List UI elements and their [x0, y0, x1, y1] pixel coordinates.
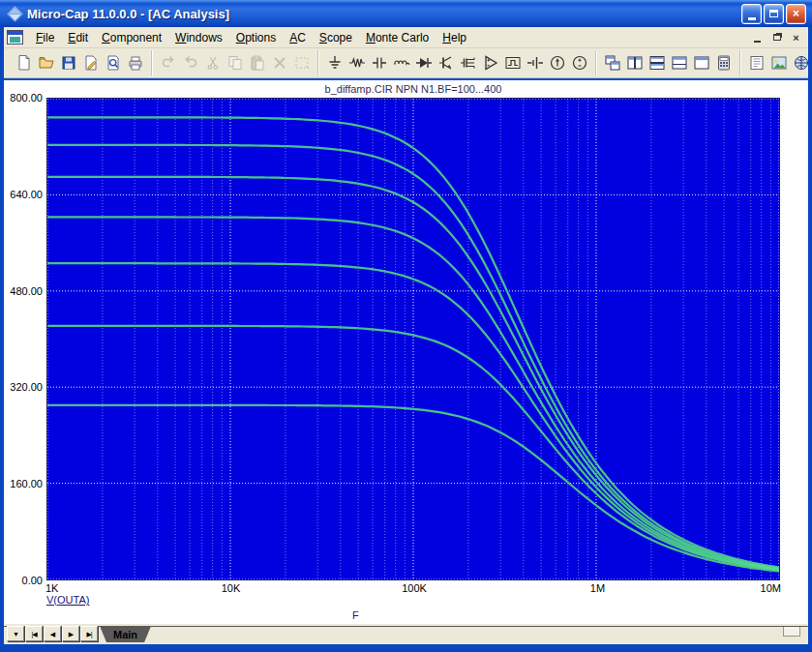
- restore-icon: [769, 10, 778, 17]
- plot-area[interactable]: [46, 98, 780, 580]
- page-select-dropdown-button[interactable]: ▼: [7, 626, 24, 641]
- paste-icon: [246, 52, 268, 74]
- toolbar-group-file: [8, 50, 152, 75]
- child-window-buttons: ×: [749, 30, 804, 44]
- tile-horizontal-icon[interactable]: [646, 52, 668, 74]
- save-icon[interactable]: [57, 52, 79, 74]
- y-tick-label: 0.00: [4, 575, 43, 586]
- voltage-source-icon[interactable]: [568, 52, 590, 74]
- opamp-icon[interactable]: [479, 52, 501, 74]
- print-icon[interactable]: [124, 52, 146, 74]
- curve-bf-200: [47, 263, 779, 570]
- menu-options[interactable]: Options: [229, 28, 283, 47]
- battery-icon[interactable]: [524, 52, 546, 74]
- curve-bf-350: [47, 145, 779, 569]
- menu-component[interactable]: Component: [95, 28, 168, 47]
- x-tick-label: 10M: [761, 582, 781, 594]
- x-tick-label: 1M: [590, 582, 605, 594]
- child-minimize-icon: [754, 41, 761, 43]
- menubar: FileEditComponentWindowsOptionsACScopeMo…: [4, 27, 808, 48]
- select-region-icon: [290, 52, 313, 74]
- previous-page-button[interactable]: ◀: [44, 626, 61, 641]
- plot-title: b_diffamp.CIR NPN N1.BF=100...400: [46, 83, 780, 95]
- menu-monte-carlo[interactable]: Monte Carlo: [359, 28, 436, 47]
- toolbar-group-windows: [596, 50, 740, 75]
- close-button[interactable]: ×: [786, 4, 806, 24]
- minimize-icon: [748, 17, 756, 20]
- curve-highlight: [47, 145, 779, 569]
- translate-icon[interactable]: [79, 52, 102, 74]
- next-page-button[interactable]: ▶: [62, 626, 79, 641]
- ground-icon[interactable]: [323, 52, 346, 74]
- x-tick-label: 1K: [45, 582, 58, 594]
- first-page-button[interactable]: |◀: [25, 626, 43, 641]
- print-preview-icon[interactable]: [102, 52, 124, 74]
- microcap-logo-icon: [6, 5, 23, 22]
- x-axis-label: F: [352, 609, 359, 621]
- current-source-icon[interactable]: [546, 52, 568, 74]
- waveform-label[interactable]: V(OUTA): [46, 594, 89, 606]
- menu-windows[interactable]: Windows: [168, 28, 229, 47]
- diode-icon[interactable]: [412, 52, 435, 74]
- y-tick-label: 320.00: [4, 381, 43, 393]
- split-window-icon[interactable]: [668, 52, 690, 74]
- calculator-icon[interactable]: [712, 52, 735, 74]
- menu-file[interactable]: File: [29, 28, 61, 47]
- toolbar-group-edit: [152, 50, 318, 75]
- menu-scope[interactable]: Scope: [313, 28, 359, 47]
- menu-ac[interactable]: AC: [283, 28, 313, 47]
- undo-icon: [157, 52, 179, 74]
- copy-icon: [224, 52, 246, 74]
- y-tick-label: 160.00: [4, 478, 43, 489]
- x-tick-label: 10K: [222, 582, 241, 594]
- y-tick-label: 800.00: [4, 92, 43, 104]
- window-title: Micro-Cap 11.0.0.0 - [AC Analysis]: [27, 7, 741, 21]
- analysis-plot-panel: b_diffamp.CIR NPN N1.BF=100...400 V(OUTA…: [4, 78, 808, 624]
- titlebar[interactable]: Micro-Cap 11.0.0.0 - [AC Analysis] ×: [0, 0, 812, 27]
- toolbar: [4, 48, 808, 78]
- x-tick-label: 100K: [402, 582, 427, 594]
- page-tab-bar: ▼|◀◀▶▶| Main: [4, 624, 808, 644]
- y-tick-label: 640.00: [4, 189, 43, 200]
- delete-icon: [268, 52, 290, 74]
- tile-vertical-icon[interactable]: [623, 52, 646, 74]
- cascade-windows-icon[interactable]: [601, 52, 623, 74]
- new-icon[interactable]: [13, 52, 35, 74]
- nmos-transistor-icon[interactable]: [457, 52, 479, 74]
- analysis-window-icon[interactable]: [7, 30, 24, 45]
- app-window: Micro-Cap 11.0.0.0 - [AC Analysis] × Fil…: [0, 0, 812, 652]
- maximize-window-icon[interactable]: [690, 52, 712, 74]
- tab-strip-end: [783, 627, 800, 637]
- y-tick-label: 480.00: [4, 285, 43, 297]
- menu-list: FileEditComponentWindowsOptionsACScopeMo…: [29, 27, 473, 47]
- child-restore-button[interactable]: [768, 30, 785, 44]
- menu-edit[interactable]: Edit: [61, 28, 95, 47]
- tab-main-label: Main: [113, 629, 137, 640]
- curve-highlight: [47, 263, 779, 570]
- info-page-icon[interactable]: [745, 52, 767, 74]
- pulse-source-icon[interactable]: [501, 52, 524, 74]
- last-page-button[interactable]: ▶|: [80, 626, 98, 641]
- menu-help[interactable]: Help: [436, 28, 473, 47]
- appearance-icon[interactable]: [767, 52, 790, 74]
- toolbar-group-misc: [740, 50, 812, 75]
- restore-button[interactable]: [764, 4, 784, 24]
- minimize-button[interactable]: [741, 4, 762, 24]
- child-restore-icon: [773, 34, 781, 41]
- child-minimize-button[interactable]: [749, 30, 766, 44]
- page-nav-buttons: ▼|◀◀▶▶|: [7, 626, 98, 641]
- npn-transistor-icon[interactable]: [435, 52, 457, 74]
- toolbar-group-components: [318, 50, 596, 75]
- cut-icon: [201, 52, 224, 74]
- web-icon[interactable]: [790, 52, 812, 74]
- tab-main[interactable]: Main: [100, 626, 151, 642]
- redo-icon: [179, 52, 201, 74]
- child-close-button[interactable]: ×: [788, 30, 804, 44]
- open-icon[interactable]: [35, 52, 57, 74]
- resistor-icon[interactable]: [346, 52, 368, 74]
- capacitor-icon[interactable]: [368, 52, 390, 74]
- inductor-icon[interactable]: [390, 52, 412, 74]
